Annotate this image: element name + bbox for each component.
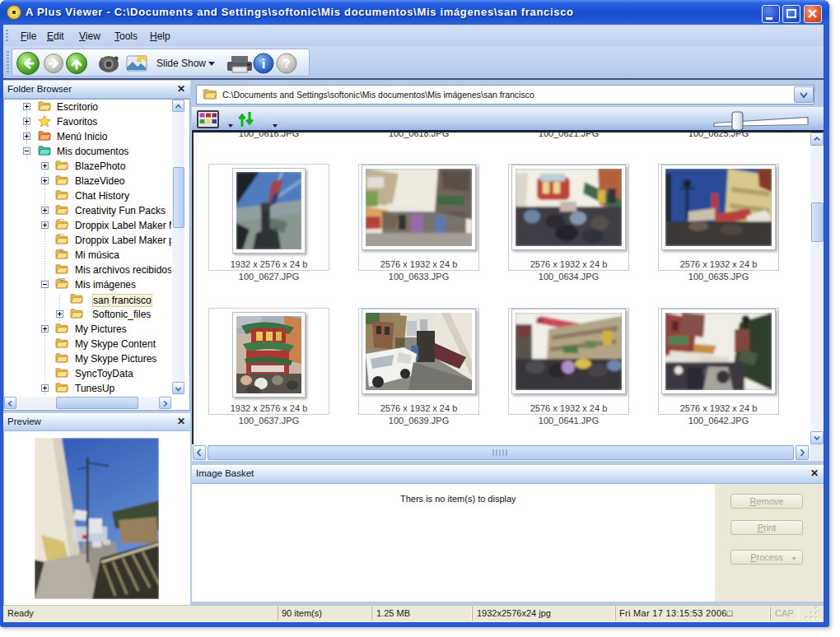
svg-text:i: i <box>262 57 266 71</box>
svg-text:?: ? <box>283 57 291 70</box>
svg-text:Slide Show: Slide Show <box>156 58 206 69</box>
